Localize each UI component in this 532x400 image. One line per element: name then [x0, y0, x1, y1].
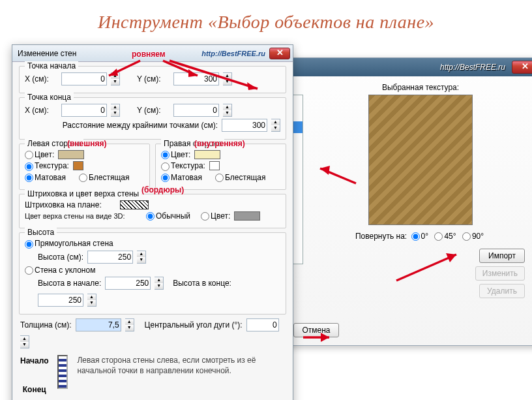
spinner[interactable]: ▲▼: [87, 294, 96, 307]
height-input[interactable]: [87, 251, 133, 264]
group-hatch: Штриховка и цвет верха стены Штриховка н…: [19, 194, 286, 228]
group-right-side: Правая сторона Цвет: Текстура: Матовая Б…: [155, 144, 286, 190]
radio-slope-wall[interactable]: Стена с уклоном: [25, 266, 95, 275]
radio-texture[interactable]: Текстура:: [161, 161, 205, 170]
radio-matte[interactable]: Матовая: [25, 173, 66, 182]
arc-input[interactable]: [246, 318, 279, 331]
h-start-label: Высота в начале:: [38, 279, 101, 288]
h-end-label: Высота в конце:: [173, 279, 231, 288]
spinner[interactable]: ▲▼: [125, 318, 134, 331]
end-label: Конец: [23, 385, 46, 394]
texture-swatch[interactable]: [209, 161, 220, 170]
group-title: Точка конца: [25, 93, 74, 102]
color-swatch[interactable]: [58, 150, 84, 159]
spinner[interactable]: ▲▼: [137, 251, 146, 264]
start-end-labels: Начало Конец: [20, 355, 48, 394]
rot-90[interactable]: 90°: [462, 232, 484, 241]
spinner[interactable]: ▲▼: [111, 72, 120, 85]
x-label: X (см):: [25, 106, 57, 115]
dialog-title: Изменение стен: [15, 49, 201, 58]
titlebar[interactable]: Изменение стен http://BestFREE.ru ✕: [12, 45, 293, 62]
rotate-label: Повернуть на:: [355, 232, 407, 241]
spinner[interactable]: ▲▼: [271, 119, 280, 132]
radio-normal[interactable]: Обычный: [146, 211, 190, 221]
hatch-swatch[interactable]: [120, 200, 149, 209]
group-title: Точка начала: [25, 61, 78, 70]
height-label: Высота (см):: [38, 253, 83, 262]
group-title: Левая сторона: [25, 139, 83, 148]
x-label: X (см):: [25, 74, 57, 84]
spinner[interactable]: ▲▼: [223, 104, 232, 117]
wall-edit-dialog: Изменение стен http://BestFREE.ru ✕ Точк…: [12, 44, 293, 400]
radio-rect-wall[interactable]: Прямоугольная стена: [25, 239, 113, 248]
y-start-input[interactable]: [173, 72, 219, 85]
group-left-side: Левая сторона Цвет: Текстура: Матовая Бл…: [19, 144, 150, 190]
thickness-input[interactable]: [76, 318, 121, 331]
y-label: Y (см):: [137, 106, 170, 115]
edit-button[interactable]: Изменить: [475, 266, 525, 281]
spinner[interactable]: ▲▼: [223, 72, 232, 85]
y-label: Y (см):: [137, 74, 170, 84]
x-end-input[interactable]: [61, 104, 107, 117]
h-end-input[interactable]: [38, 294, 83, 307]
arc-label: Центральный угол дуги (°):: [145, 320, 243, 330]
group-start-point: Точка начала X (см): ▲▼ Y (см): ▲▼: [19, 66, 286, 93]
radio-color[interactable]: Цвет:: [25, 150, 54, 159]
top3d-label: Цвет верха стены на виде 3D:: [25, 212, 142, 220]
delete-button[interactable]: Удалить: [479, 284, 525, 298]
wall-orientation-icon: [57, 355, 68, 389]
color-swatch[interactable]: [234, 211, 260, 221]
dist-input[interactable]: [222, 119, 267, 132]
group-height: Высота Прямоугольная стена Высота (см): …: [19, 232, 286, 315]
group-title: Высота: [25, 228, 57, 237]
dist-label: Расстояние между крайними точками (см):: [25, 121, 218, 130]
start-label: Начало: [20, 356, 48, 365]
group-end-point: Точка конца X (см): ▲▼ Y (см): ▲▼ Рассто…: [19, 97, 286, 140]
group-title: Штриховка и цвет верха стены: [25, 189, 141, 198]
radio-texture[interactable]: Текстура:: [25, 161, 69, 170]
close-icon[interactable]: ✕: [269, 48, 290, 59]
rot-0[interactable]: 0°: [411, 232, 428, 241]
import-button[interactable]: Импорт: [479, 249, 525, 263]
spinner[interactable]: ▲▼: [111, 104, 120, 117]
watermark-url: http://BestFREE.ru: [440, 63, 505, 72]
rot-45[interactable]: 45°: [434, 232, 456, 241]
y-end-input[interactable]: [173, 104, 219, 117]
watermark-url: http://BestFREE.ru: [201, 50, 265, 57]
page-title: Инструмент «Выбор объектов на плане»: [0, 0, 532, 38]
group-title: Правая сторона: [161, 139, 224, 148]
radio-glossy[interactable]: Блестящая: [79, 173, 129, 182]
h-start-input[interactable]: [105, 277, 151, 290]
color-swatch[interactable]: [194, 150, 220, 159]
rotate-row: Повернуть на: 0° 45° 90°: [310, 232, 531, 241]
texture-title: Выбранная текстура:: [310, 83, 531, 92]
cancel-button[interactable]: Отмена: [293, 323, 339, 337]
radio-color[interactable]: Цвет:: [161, 150, 190, 159]
explanation-text: Левая сторона стены слева, если смотреть…: [77, 355, 285, 376]
hatch-label: Штриховка на плане:: [25, 200, 116, 209]
radio-matte[interactable]: Матовая: [161, 173, 202, 182]
texture-swatch[interactable]: [73, 161, 83, 170]
spinner[interactable]: ▲▼: [20, 335, 29, 348]
radio-glossy[interactable]: Блестящая: [215, 173, 265, 182]
texture-preview: [368, 95, 473, 225]
close-icon[interactable]: ✕: [512, 61, 532, 74]
thickness-label: Толщина (см):: [20, 320, 72, 330]
radio-color-top[interactable]: Цвет:: [201, 211, 230, 221]
x-start-input[interactable]: [61, 72, 107, 85]
spinner[interactable]: ▲▼: [155, 277, 164, 290]
